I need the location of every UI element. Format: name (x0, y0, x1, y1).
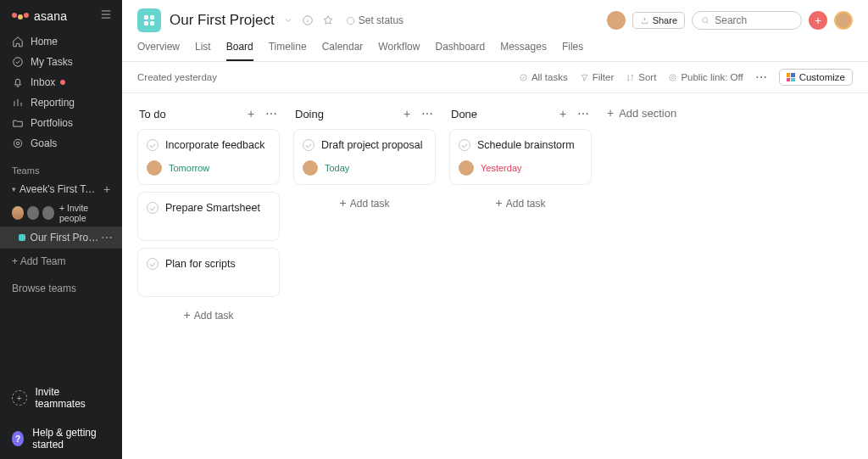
public-link-toggle[interactable]: Public link: Off (668, 72, 743, 82)
member-avatar[interactable] (27, 206, 39, 220)
invite-teammates-button[interactable]: + Invite teammates (0, 378, 122, 418)
tab-board[interactable]: Board (226, 41, 253, 61)
customize-button[interactable]: Customize (779, 69, 853, 86)
tab-calendar[interactable]: Calendar (322, 41, 364, 61)
add-team-button[interactable]: + Add Team (0, 249, 122, 274)
project-color-icon (19, 234, 25, 241)
tab-dashboard[interactable]: Dashboard (435, 41, 485, 61)
add-section-button[interactable]: Add section (605, 104, 678, 123)
task-card[interactable]: Incorporate feedbackTomorrow (137, 129, 280, 185)
sidebar-project-row[interactable]: Our First Project (0, 227, 122, 249)
team-row[interactable]: ▾ Aveek's First Te… (0, 179, 122, 199)
user-avatar[interactable] (834, 11, 853, 30)
add-task-button[interactable]: Add task (293, 192, 436, 215)
complete-task-icon[interactable] (147, 139, 159, 151)
assignee-avatar[interactable] (303, 160, 318, 176)
invite-icon: + (12, 390, 27, 406)
add-task-button[interactable]: Add task (449, 192, 592, 215)
svg-point-1 (14, 139, 21, 147)
tab-workflow[interactable]: Workflow (378, 41, 420, 61)
svg-point-8 (670, 74, 676, 80)
project-info-icon[interactable] (302, 14, 314, 26)
assignee-avatar[interactable] (459, 160, 474, 176)
svg-point-5 (703, 18, 708, 23)
project-tabs: Overview List Board Timeline Calendar Wo… (137, 41, 853, 61)
nav-home[interactable]: Home (0, 31, 122, 52)
main-content: Our First Project Set status Share (122, 0, 868, 459)
board-column: To doIncorporate feedbackTomorrowPrepare… (137, 104, 280, 327)
tab-timeline[interactable]: Timeline (269, 41, 307, 61)
invite-people-button[interactable]: + Invite people (59, 203, 110, 223)
nav-reporting[interactable]: Reporting (0, 92, 122, 113)
created-label: Created yesterday (137, 72, 519, 82)
complete-task-icon[interactable] (459, 139, 470, 151)
nav-goals[interactable]: Goals (0, 133, 122, 154)
member-avatar[interactable] (12, 206, 24, 220)
board-column: DoingDraft project proposalTodayAdd task (293, 104, 436, 215)
chevron-down-icon: ▾ (12, 185, 16, 193)
team-members-row: + Invite people (0, 199, 122, 227)
add-to-team-button[interactable] (100, 182, 114, 196)
search-input-wrap[interactable] (692, 11, 802, 30)
nav-inbox-label: Inbox (31, 76, 55, 88)
more-options-icon[interactable] (755, 71, 767, 83)
member-avatar[interactable] (42, 206, 54, 220)
sidebar-project-name: Our First Project (31, 232, 101, 243)
task-title: Schedule brainstorm (477, 138, 575, 152)
add-task-icon[interactable] (556, 107, 570, 120)
nav-inbox[interactable]: Inbox (0, 72, 122, 92)
nav-portfolios[interactable]: Portfolios (0, 113, 122, 133)
add-task-button[interactable]: Add task (137, 304, 280, 327)
project-icon[interactable] (137, 8, 161, 32)
filter-button[interactable]: Filter (580, 72, 615, 82)
bell-icon (12, 76, 24, 88)
complete-task-icon[interactable] (303, 139, 314, 151)
help-icon: ? (12, 431, 24, 446)
help-button[interactable]: ? Help & getting started (0, 418, 122, 459)
project-title: Our First Project (170, 12, 275, 29)
omni-add-button[interactable]: + (809, 11, 827, 30)
share-button[interactable]: Share (632, 12, 685, 29)
task-card[interactable]: Plan for scripts (137, 248, 280, 297)
column-more-icon[interactable] (576, 107, 590, 120)
sidebar-collapse-icon[interactable] (100, 8, 112, 23)
tab-list[interactable]: List (195, 41, 211, 61)
folder-icon (12, 117, 24, 129)
task-card[interactable]: Schedule brainstormYesterday (449, 129, 592, 185)
task-card[interactable]: Prepare Smartsheet (137, 192, 280, 241)
project-menu-chevron-icon[interactable] (283, 15, 293, 25)
tab-messages[interactable]: Messages (500, 41, 547, 61)
task-title: Prepare Smartsheet (165, 201, 260, 215)
nav-my-tasks[interactable]: My Tasks (0, 52, 122, 72)
all-tasks-filter[interactable]: All tasks (519, 72, 568, 82)
unread-dot-icon (60, 80, 65, 85)
header: Our First Project Set status Share (122, 0, 868, 62)
sort-button[interactable]: Sort (626, 72, 656, 82)
search-input[interactable] (715, 14, 793, 26)
add-task-icon[interactable] (244, 107, 258, 120)
logo[interactable]: asana (12, 9, 67, 23)
member-avatar[interactable] (607, 11, 626, 30)
board-column: DoneSchedule brainstormYesterdayAdd task (449, 104, 592, 215)
assignee-avatar[interactable] (147, 160, 162, 176)
column-title: Done (451, 108, 549, 120)
due-date: Today (325, 163, 349, 173)
browse-teams-link[interactable]: Browse teams (0, 274, 122, 303)
task-title: Plan for scripts (165, 257, 236, 271)
project-more-icon[interactable] (101, 231, 114, 244)
add-task-icon[interactable] (400, 107, 414, 120)
nav-home-label: Home (31, 36, 58, 48)
complete-task-icon[interactable] (147, 258, 159, 270)
complete-task-icon[interactable] (147, 202, 159, 214)
task-card[interactable]: Draft project proposalToday (293, 129, 436, 185)
tab-files[interactable]: Files (562, 41, 583, 61)
star-icon[interactable] (322, 14, 334, 26)
due-date: Yesterday (481, 163, 522, 173)
column-more-icon[interactable] (264, 107, 278, 120)
tab-overview[interactable]: Overview (137, 41, 180, 61)
brand-name: asana (34, 9, 67, 23)
nav-reporting-label: Reporting (31, 97, 75, 109)
set-status-button[interactable]: Set status (342, 13, 407, 28)
column-title: To do (139, 108, 237, 120)
column-more-icon[interactable] (420, 107, 434, 120)
